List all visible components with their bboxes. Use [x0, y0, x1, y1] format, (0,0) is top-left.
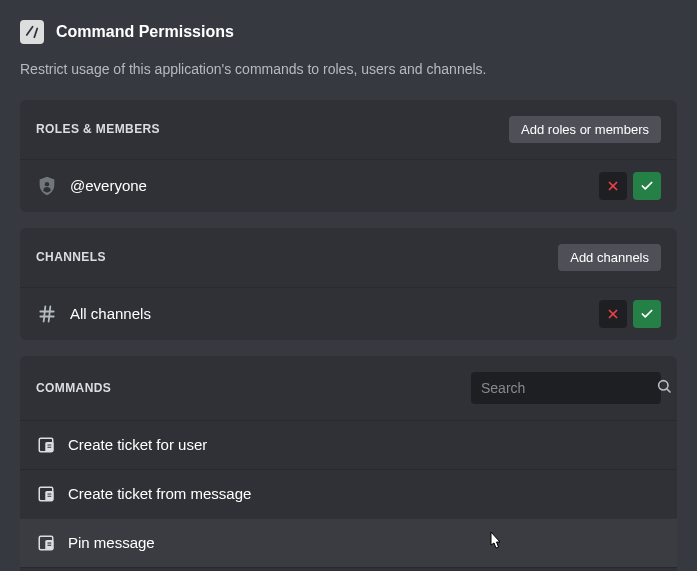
role-row: @everyone	[20, 159, 677, 212]
channel-row: All channels	[20, 287, 677, 340]
roles-members-label: ROLES & MEMBERS	[36, 122, 160, 136]
command-label: Create ticket from message	[68, 485, 251, 502]
command-row[interactable]: /add	[20, 567, 677, 571]
deny-button[interactable]	[599, 172, 627, 200]
page-description: Restrict usage of this application's com…	[0, 52, 697, 100]
command-row[interactable]: Create ticket for user	[20, 420, 677, 469]
role-shield-icon	[36, 175, 58, 197]
deny-button[interactable]	[599, 300, 627, 328]
context-menu-icon	[36, 484, 56, 504]
svg-point-0	[45, 182, 49, 186]
page-title: Command Permissions	[56, 23, 234, 41]
svg-line-6	[667, 388, 670, 391]
commands-section: COMMANDS Create ticket for user Create t…	[20, 356, 677, 571]
channels-label: CHANNELS	[36, 250, 106, 264]
search-input[interactable]	[481, 380, 656, 396]
svg-line-4	[49, 306, 51, 321]
context-menu-icon	[36, 533, 56, 553]
allow-button[interactable]	[633, 172, 661, 200]
command-row[interactable]: Pin message	[20, 518, 677, 567]
cursor-icon	[486, 531, 504, 553]
command-label: Pin message	[68, 534, 155, 551]
search-field[interactable]	[471, 372, 661, 404]
search-icon	[656, 378, 672, 398]
command-label: Create ticket for user	[68, 436, 207, 453]
channels-section: CHANNELS Add channels All channels	[20, 228, 677, 340]
commands-label: COMMANDS	[36, 381, 111, 395]
command-row[interactable]: Create ticket from message	[20, 469, 677, 518]
context-menu-icon	[36, 435, 56, 455]
role-label: @everyone	[70, 177, 587, 194]
add-roles-members-button[interactable]: Add roles or members	[509, 116, 661, 143]
hash-icon	[36, 303, 58, 325]
slash-icon	[20, 20, 44, 44]
channel-label: All channels	[70, 305, 587, 322]
roles-members-section: ROLES & MEMBERS Add roles or members @ev…	[20, 100, 677, 212]
allow-button[interactable]	[633, 300, 661, 328]
svg-line-3	[44, 306, 46, 321]
add-channels-button[interactable]: Add channels	[558, 244, 661, 271]
header: Command Permissions	[0, 0, 697, 52]
